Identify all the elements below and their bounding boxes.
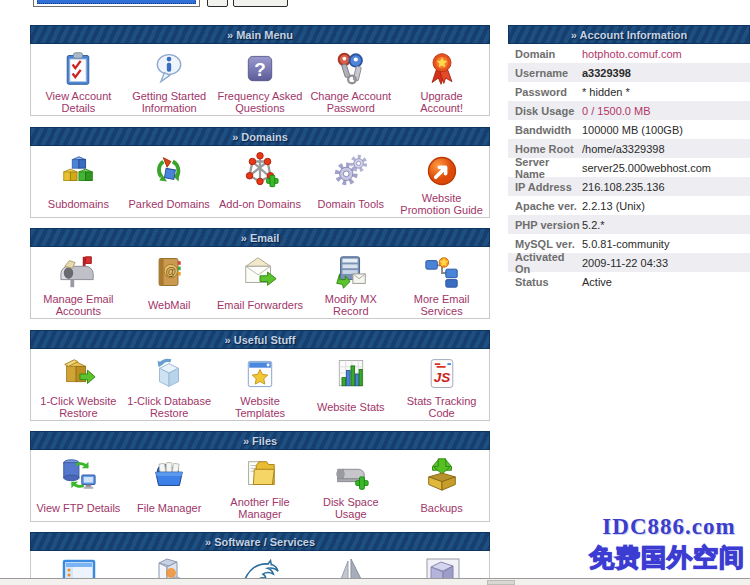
menu-item-label: Email Forwarders bbox=[215, 291, 305, 317]
create-new-button[interactable]: Create New bbox=[233, 0, 288, 7]
menu-item-label: Modify MX Record bbox=[305, 291, 396, 317]
account-row-domain: Domainhotphoto.comuf.com bbox=[508, 44, 750, 63]
question-mark-icon: ? bbox=[242, 46, 278, 88]
menu-item-faq[interactable]: ? Frequency Asked Questions bbox=[215, 46, 306, 114]
menu-item-webmail[interactable]: @ WebMail bbox=[124, 249, 215, 317]
menu-item-label: Parked Domains bbox=[127, 190, 212, 216]
menu-item-label: Stats Tracking Code bbox=[396, 393, 487, 419]
menu-item-label: Backups bbox=[418, 494, 464, 520]
selected-text-highlight bbox=[37, 0, 196, 4]
watermark-slogan: 免费国外空间 bbox=[586, 541, 748, 574]
menu-item-label: More Email Services bbox=[396, 291, 487, 317]
svg-text:JS: JS bbox=[433, 370, 450, 385]
scrollbar-thumb[interactable] bbox=[487, 580, 515, 585]
menu-item-label: Upgrade Account! bbox=[396, 88, 487, 114]
menu-item-change-password[interactable]: Change Account Password bbox=[305, 46, 396, 114]
account-row-php: PHP version5.2.* bbox=[508, 215, 750, 234]
menu-item-upgrade-account[interactable]: Upgrade Account! bbox=[396, 46, 487, 114]
menu-item-domain-tools[interactable]: Domain Tools bbox=[305, 148, 396, 216]
window-star-icon bbox=[242, 351, 278, 393]
menu-item-label: WebMail bbox=[146, 291, 193, 317]
menu-item-more-email[interactable]: More Email Services bbox=[396, 249, 487, 317]
address-book-icon: @ bbox=[151, 249, 187, 291]
watermark-brand: IDC886.com bbox=[590, 514, 748, 540]
section-email: » Email Manage Email Accounts @ WebMail … bbox=[30, 228, 490, 319]
account-row-status: StatusActive bbox=[508, 272, 750, 291]
menu-item-disk-usage[interactable]: Disk Space Usage bbox=[305, 452, 396, 520]
menu-item-label: Disk Space Usage bbox=[305, 494, 396, 520]
section-useful-stuff: » Useful Stuff 1-Click Website Restore 1… bbox=[30, 330, 490, 421]
menu-item-label: Subdomains bbox=[46, 190, 111, 216]
menu-item-website-stats[interactable]: Website Stats bbox=[305, 351, 396, 419]
section-header: » Main Menu bbox=[30, 25, 490, 44]
blue-folder-icon bbox=[149, 452, 189, 494]
menu-item-label: 1-Click Website Restore bbox=[33, 393, 124, 419]
info-bubble-icon bbox=[151, 46, 187, 88]
account-row-disk-usage: Disk Usage0 / 1500.0 MB bbox=[508, 101, 750, 120]
menu-item-stats-tracking[interactable]: JS Stats Tracking Code bbox=[396, 351, 487, 419]
menu-item-email-forwarders[interactable]: Email Forwarders bbox=[215, 249, 306, 317]
menu-item-website-templates[interactable]: Website Templates bbox=[215, 351, 306, 419]
account-row-password: Password* hidden * bbox=[508, 82, 750, 101]
section-main-menu: » Main Menu View Account Details Getting… bbox=[30, 25, 490, 116]
keys-icon bbox=[332, 46, 370, 88]
menu-item-label: Website Stats bbox=[315, 393, 387, 419]
menu-item-subdomains[interactable]: Subdomains bbox=[33, 148, 124, 216]
recycle-arrows-icon bbox=[150, 148, 188, 190]
menu-item-another-file-manager[interactable]: Another File Manager bbox=[215, 452, 306, 520]
account-row-activated: Activated On2009-11-22 04:33 bbox=[508, 253, 750, 272]
menu-item-file-manager[interactable]: File Manager bbox=[124, 452, 215, 520]
horizontal-scrollbar[interactable] bbox=[0, 578, 750, 585]
account-row-username: Usernamea3329398 bbox=[508, 63, 750, 82]
svg-text:@: @ bbox=[166, 265, 177, 277]
go-button[interactable]: Go bbox=[207, 0, 228, 7]
network-nodes-icon bbox=[241, 148, 279, 190]
js-code-icon: JS bbox=[424, 351, 460, 393]
account-row-server-name: Server Nameserver25.000webhost.com bbox=[508, 158, 750, 177]
account-info-header: » Account Information bbox=[508, 25, 750, 44]
page: Go Create New » Main Menu View Account D… bbox=[0, 0, 750, 585]
menu-item-label: Domain Tools bbox=[316, 190, 386, 216]
menu-item-website-promotion[interactable]: Website Promotion Guide bbox=[396, 148, 487, 216]
ice-cube-arrow-icon bbox=[150, 351, 188, 393]
account-row-bandwidth: Bandwidth100000 MB (100GB) bbox=[508, 120, 750, 139]
section-header: » Files bbox=[30, 431, 490, 450]
envelope-forward-icon bbox=[240, 249, 280, 291]
section-header: » Useful Stuff bbox=[30, 330, 490, 349]
menu-item-label: 1-Click Database Restore bbox=[124, 393, 215, 419]
flowchart-icon bbox=[423, 249, 461, 291]
menu-item-label: Getting Started Information bbox=[124, 88, 215, 114]
menu-item-parked-domains[interactable]: Parked Domains bbox=[124, 148, 215, 216]
server-envelope-icon bbox=[332, 249, 370, 291]
menu-item-manage-email[interactable]: Manage Email Accounts bbox=[33, 249, 124, 317]
menu-item-label: View Account Details bbox=[33, 88, 124, 114]
domain-input[interactable] bbox=[33, 0, 200, 7]
menu-item-website-restore[interactable]: 1-Click Website Restore bbox=[33, 351, 124, 419]
disk-drive-icon bbox=[331, 452, 371, 494]
menu-item-database-restore[interactable]: 1-Click Database Restore bbox=[124, 351, 215, 419]
gold-box-arrow-icon bbox=[59, 351, 97, 393]
cubes-icon bbox=[59, 148, 97, 190]
menu-item-addon-domains[interactable]: Add-on Domains bbox=[215, 148, 306, 216]
yellow-folder-icon bbox=[241, 452, 279, 494]
section-header: » Email bbox=[30, 228, 490, 247]
section-header: » Domains bbox=[30, 127, 490, 146]
section-domains: » Domains Subdomains Parked Domains Add-… bbox=[30, 127, 490, 218]
menu-item-backups[interactable]: Backups bbox=[396, 452, 487, 520]
gears-icon bbox=[332, 148, 370, 190]
svg-text:?: ? bbox=[254, 59, 266, 80]
menu-item-getting-started[interactable]: Getting Started Information bbox=[124, 46, 215, 114]
menu-item-view-account-details[interactable]: View Account Details bbox=[33, 46, 124, 114]
menu-item-label: Frequency Asked Questions bbox=[215, 88, 306, 114]
domain-link[interactable]: hotphoto.comuf.com bbox=[582, 48, 682, 60]
menu-item-label: View FTP Details bbox=[34, 494, 122, 520]
menu-item-label: Change Account Password bbox=[305, 88, 396, 114]
promotion-arrow-icon bbox=[424, 148, 460, 190]
backup-crate-icon bbox=[423, 452, 461, 494]
mailbox-icon bbox=[59, 249, 97, 291]
section-header: » Software / Services bbox=[30, 532, 490, 551]
account-information-panel: » Account Information Domainhotphoto.com… bbox=[508, 25, 750, 291]
menu-item-modify-mx[interactable]: Modify MX Record bbox=[305, 249, 396, 317]
menu-item-view-ftp[interactable]: View FTP Details bbox=[33, 452, 124, 520]
menu-item-label: Website Promotion Guide bbox=[396, 190, 487, 216]
